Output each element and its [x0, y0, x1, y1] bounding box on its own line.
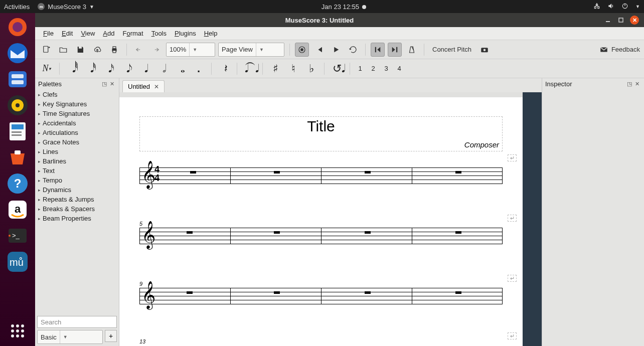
palettes-search-input[interactable]: Search [37, 316, 117, 328]
launcher-musescore[interactable]: mů [6, 250, 30, 274]
voice-1-button[interactable]: 1 [355, 62, 365, 76]
launcher-show-apps[interactable] [6, 319, 30, 343]
score-title[interactable]: Title [140, 117, 502, 135]
score-system-3[interactable]: 9 ↵ 𝄞 [139, 288, 503, 304]
sharp-button[interactable]: ♯ [268, 62, 283, 76]
palette-item-dynamics[interactable]: ▸Dynamics [35, 185, 119, 195]
palettes-close-button[interactable]: ✕ [108, 81, 116, 87]
palette-item-accidentals[interactable]: ▸Accidentals [35, 118, 119, 128]
window-maximize-button[interactable] [617, 16, 625, 24]
duration-whole-button[interactable]: 𝅝 [173, 62, 188, 76]
launcher-amazon[interactable]: a [6, 198, 30, 222]
menu-file[interactable]: File [39, 30, 58, 37]
palette-item-clefs[interactable]: ▸Clefs [35, 90, 119, 99]
add-workspace-button[interactable]: + [105, 330, 117, 342]
palette-item-text[interactable]: ▸Text [35, 166, 119, 176]
concert-pitch-button[interactable]: Concert Pitch [429, 46, 474, 53]
palettes-undock-button[interactable]: ◳ [100, 81, 108, 87]
menu-format[interactable]: Format [118, 30, 147, 37]
volume-icon[interactable] [607, 3, 614, 11]
palette-item-time-signatures[interactable]: ▸Time Signatures [35, 109, 119, 118]
menu-view[interactable]: View [77, 30, 99, 37]
window-minimize-button[interactable] [604, 16, 612, 24]
voice-3-button[interactable]: 3 [381, 62, 391, 76]
play-button[interactable] [329, 43, 343, 57]
launcher-thunderbird[interactable] [6, 41, 30, 65]
save-button[interactable] [73, 43, 87, 57]
metronome-tempo-button[interactable] [295, 43, 309, 57]
inspector-close-button[interactable]: ✕ [633, 81, 641, 87]
time-signature[interactable]: 44 [154, 165, 159, 183]
duration-dot-button[interactable]: . [191, 62, 206, 76]
flip-button[interactable]: ↺𝅘𝅥 [330, 62, 345, 76]
window-close-button[interactable]: ✕ [630, 16, 639, 25]
duration-half-button[interactable]: 𝅗𝅥 [155, 62, 170, 76]
loop-in-button[interactable] [371, 43, 385, 57]
redo-button[interactable] [149, 43, 163, 57]
palette-item-breaks-spacers[interactable]: ▸Breaks & Spacers [35, 204, 119, 214]
duration-64th-button[interactable]: 𝅘𝅥𝅱 [65, 62, 80, 76]
palette-item-tempo[interactable]: ▸Tempo [35, 176, 119, 185]
voice-4-button[interactable]: 4 [394, 62, 404, 76]
launcher-rhythmbox[interactable] [6, 93, 30, 117]
zoom-combo[interactable]: 100%▼ [166, 43, 215, 57]
power-icon[interactable] [621, 3, 628, 11]
workspace-combo[interactable]: Basic▼ [37, 330, 103, 344]
palette-item-articulations[interactable]: ▸Articulations [35, 128, 119, 137]
feedback-button[interactable]: Feedback [599, 45, 640, 54]
natural-button[interactable]: ♮ [286, 62, 301, 76]
rewind-button[interactable] [312, 43, 326, 57]
rest-button[interactable]: 𝄽 [217, 62, 232, 76]
score-page[interactable]: Title Composer ↵ 𝄞 44 [119, 97, 523, 346]
palette-item-grace-notes[interactable]: ▸Grace Notes [35, 137, 119, 147]
palette-item-barlines[interactable]: ▸Barlines [35, 156, 119, 166]
image-capture-button[interactable] [477, 43, 492, 57]
loop-out-button[interactable] [388, 43, 402, 57]
duration-16th-button[interactable]: 𝅘𝅥𝅯 [101, 62, 116, 76]
activities-button[interactable]: Activities [4, 3, 30, 11]
note-input-mode-button[interactable]: N▾ [39, 62, 54, 76]
new-score-button[interactable] [39, 43, 53, 57]
score-system-2[interactable]: 5 ↵ 𝄞 [139, 228, 503, 244]
tie-button[interactable]: 𝅘𝅥⁀𝅘𝅥 [242, 62, 257, 76]
menu-help[interactable]: Help [200, 30, 222, 37]
palette-item-key-signatures[interactable]: ▸Key Signatures [35, 99, 119, 109]
palette-item-beam-properties[interactable]: ▸Beam Properties [35, 214, 119, 223]
launcher-software[interactable] [6, 145, 30, 169]
open-button[interactable] [56, 43, 70, 57]
inspector-undock-button[interactable]: ◳ [625, 81, 633, 87]
score-system-1[interactable]: ↵ 𝄞 44 [139, 167, 503, 184]
menu-add[interactable]: Add [99, 30, 118, 37]
metronome-button[interactable] [405, 43, 419, 57]
launcher-writer[interactable] [6, 119, 30, 143]
network-icon[interactable] [593, 3, 600, 11]
print-button[interactable] [107, 43, 121, 57]
voice-2-button[interactable]: 2 [368, 62, 378, 76]
palette-item-lines[interactable]: ▸Lines [35, 147, 119, 156]
system-menu-chevron-icon[interactable]: ▼ [635, 4, 640, 9]
flat-button[interactable]: ♭ [304, 62, 319, 76]
svg-point-30 [16, 329, 19, 332]
undo-button[interactable] [132, 43, 146, 57]
menu-plugins[interactable]: Plugins [171, 30, 200, 37]
launcher-help[interactable]: ? [6, 171, 30, 196]
palette-item-repeats-jumps[interactable]: ▸Repeats & Jumps [35, 195, 119, 204]
score-composer[interactable]: Composer [464, 140, 499, 149]
view-mode-combo[interactable]: Page View▼ [218, 43, 284, 57]
duration-32nd-button[interactable]: 𝅘𝅥𝅰 [83, 62, 98, 76]
document-tab-untitled[interactable]: Untitled ✕ [122, 80, 165, 92]
launcher-firefox[interactable] [6, 15, 30, 39]
save-online-button[interactable] [90, 43, 104, 57]
title-frame[interactable]: Title Composer [139, 116, 503, 151]
launcher-terminal[interactable]: >_ [6, 224, 30, 248]
close-tab-button[interactable]: ✕ [154, 83, 159, 90]
loop-button[interactable] [346, 43, 360, 57]
launcher-files[interactable] [6, 67, 30, 91]
system-clock[interactable]: Jan 23 12:55 [94, 3, 593, 11]
duration-quarter-button[interactable]: 𝅘𝅥 [137, 62, 152, 76]
score-view[interactable]: Title Composer ↵ 𝄞 44 [119, 92, 542, 346]
menu-tools[interactable]: Tools [147, 30, 171, 37]
app-indicator[interactable]: m MuseScore 3 ▼ [38, 3, 94, 11]
menu-edit[interactable]: Edit [58, 30, 77, 37]
duration-8th-button[interactable]: 𝅘𝅥𝅮 [119, 62, 134, 76]
